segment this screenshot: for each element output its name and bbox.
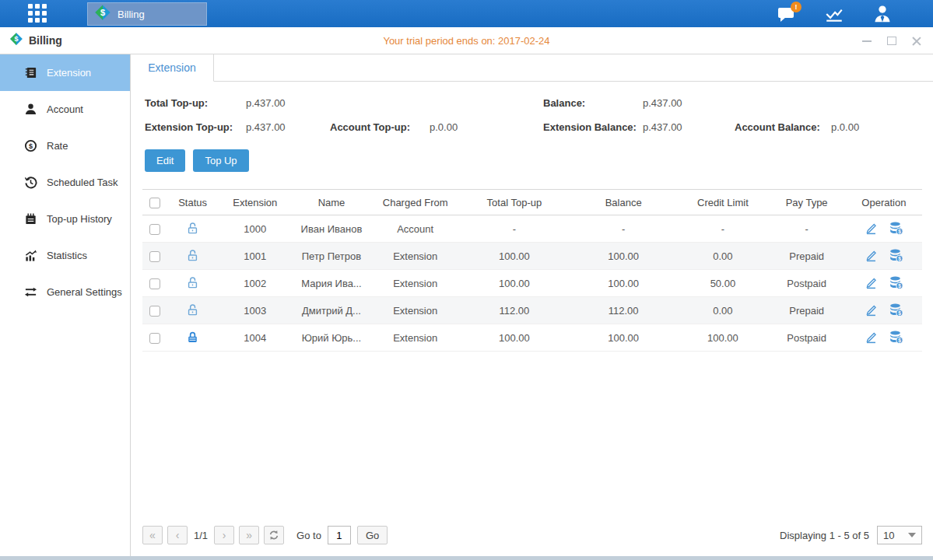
statistics-icon	[23, 249, 37, 263]
topup-row-icon[interactable]: $	[889, 275, 903, 292]
general-settings-icon	[23, 285, 37, 299]
cell-credit-limit: 0.00	[678, 297, 767, 324]
row-checkbox[interactable]	[149, 333, 160, 344]
displaying-text: Displaying 1 - 5 of 5	[780, 530, 869, 541]
sidebar-item-account[interactable]: Account	[0, 91, 130, 128]
svg-text:$: $	[29, 142, 33, 150]
reports-chart-icon[interactable]	[823, 3, 846, 25]
row-checkbox[interactable]	[149, 251, 160, 262]
cell-balance: 112.00	[569, 297, 678, 324]
column-header: Extension	[218, 190, 292, 215]
cell-pay-type: Prepaid	[768, 243, 846, 270]
pagination-bar: « ‹ 1/1 › » Go to Go Displaying	[142, 520, 922, 556]
cell-credit-limit: 0.00	[678, 243, 767, 270]
table-row: 1002Мария Ива...Extension100.00100.0050.…	[142, 270, 922, 297]
svg-text:$: $	[899, 310, 902, 317]
go-button[interactable]: Go	[357, 526, 388, 544]
close-icon[interactable]	[911, 36, 922, 47]
cell-total-topup: 100.00	[460, 243, 569, 270]
billing-diamond-icon: $	[94, 4, 111, 24]
topup-row-icon[interactable]: $	[889, 330, 903, 346]
locked-status-icon[interactable]	[186, 330, 199, 346]
app-grid-icon[interactable]	[28, 4, 54, 24]
topup-row-icon[interactable]: $	[889, 303, 903, 319]
tab-extension[interactable]: Extension	[131, 54, 214, 82]
edit-row-icon[interactable]	[864, 248, 878, 264]
unlocked-status-icon[interactable]	[186, 221, 199, 237]
taskbar-tab-label: Billing	[118, 9, 145, 20]
window-titlebar: $ Billing Your trial period ends on: 201…	[0, 27, 933, 54]
sidebar-item-label: General Settings	[47, 286, 122, 298]
row-checkbox[interactable]	[149, 306, 160, 317]
extension-table: StatusExtensionNameCharged FromTotal Top…	[142, 189, 922, 352]
billing-diamond-icon: $	[9, 32, 23, 49]
column-header: Balance	[569, 190, 678, 215]
next-page-button[interactable]: ›	[214, 526, 234, 544]
messages-icon[interactable]: !	[774, 3, 798, 25]
table-header-row: StatusExtensionNameCharged FromTotal Top…	[142, 190, 922, 215]
column-header: Pay Type	[768, 190, 846, 215]
extension-balance-value: p.437.00	[643, 121, 735, 133]
column-header: Name	[292, 190, 370, 215]
first-page-button[interactable]: «	[142, 526, 163, 544]
unlocked-status-icon[interactable]	[186, 303, 199, 319]
unlocked-status-icon[interactable]	[186, 248, 199, 264]
row-checkbox[interactable]	[149, 224, 160, 235]
page-size-select[interactable]: 10	[877, 526, 922, 544]
sidebar: Extension Account $ Rate	[0, 54, 131, 556]
cell-name: Петр Петров	[292, 243, 370, 270]
minimize-icon[interactable]	[861, 36, 872, 47]
cell-pay-type: Prepaid	[768, 297, 846, 324]
sidebar-item-extension[interactable]: Extension	[0, 54, 130, 91]
svg-text:$: $	[899, 229, 902, 235]
taskbar-tab-billing[interactable]: $ Billing	[87, 2, 207, 26]
column-header: Status	[167, 190, 218, 215]
cell-charged-from: Account	[371, 215, 460, 243]
total-topup-value: p.437.00	[246, 97, 330, 109]
select-all-checkbox[interactable]	[149, 198, 160, 208]
maximize-icon[interactable]	[886, 36, 897, 47]
goto-page-input[interactable]	[328, 526, 351, 544]
sidebar-item-rate[interactable]: $ Rate	[0, 128, 130, 164]
account-balance-value: p.0.00	[831, 121, 922, 133]
sidebar-item-statistics[interactable]: Statistics	[0, 237, 130, 274]
edit-row-icon[interactable]	[864, 303, 878, 319]
cell-total-topup: 100.00	[460, 270, 569, 297]
sidebar-item-scheduled-task[interactable]: Scheduled Task	[0, 164, 130, 201]
top-up-button[interactable]: Top Up	[193, 149, 248, 172]
cell-total-topup: 100.00	[460, 324, 569, 352]
last-page-button[interactable]: »	[239, 526, 259, 544]
prev-page-button[interactable]: ‹	[167, 526, 188, 544]
goto-label: Go to	[296, 530, 321, 541]
scheduled-task-icon	[23, 176, 37, 190]
topup-history-icon	[23, 212, 37, 226]
sidebar-item-label: Statistics	[47, 250, 87, 261]
refresh-icon[interactable]	[264, 526, 284, 544]
cell-charged-from: Extension	[371, 324, 460, 352]
cell-pay-type: Postpaid	[768, 324, 846, 352]
user-account-icon[interactable]	[871, 3, 894, 25]
sidebar-item-topup-history[interactable]: Top-up History	[0, 201, 130, 237]
edit-row-icon[interactable]	[864, 275, 878, 292]
page-size-value: 10	[883, 530, 894, 541]
edit-button[interactable]: Edit	[145, 149, 185, 172]
account-icon	[23, 103, 37, 117]
cell-extension: 1000	[218, 215, 292, 243]
extension-topup-value: p.437.00	[246, 121, 330, 133]
row-checkbox[interactable]	[149, 278, 160, 289]
cell-credit-limit: 50.00	[678, 270, 767, 297]
table-row: 1003Дмитрий Д...Extension112.00112.000.0…	[142, 297, 922, 324]
edit-row-icon[interactable]	[864, 221, 878, 237]
account-balance-label: Account Balance:	[735, 121, 831, 133]
unlocked-status-icon[interactable]	[186, 275, 199, 292]
sidebar-item-general-settings[interactable]: General Settings	[0, 274, 130, 310]
balance-label: Balance:	[543, 97, 643, 109]
topup-row-icon[interactable]: $	[889, 248, 903, 264]
cell-total-topup: 112.00	[460, 297, 569, 324]
edit-row-icon[interactable]	[864, 330, 878, 346]
topup-row-icon[interactable]: $	[889, 221, 903, 237]
cell-extension: 1003	[218, 297, 292, 324]
cell-charged-from: Extension	[371, 270, 460, 297]
extension-icon	[23, 66, 37, 80]
cell-name: Дмитрий Д...	[292, 297, 370, 324]
